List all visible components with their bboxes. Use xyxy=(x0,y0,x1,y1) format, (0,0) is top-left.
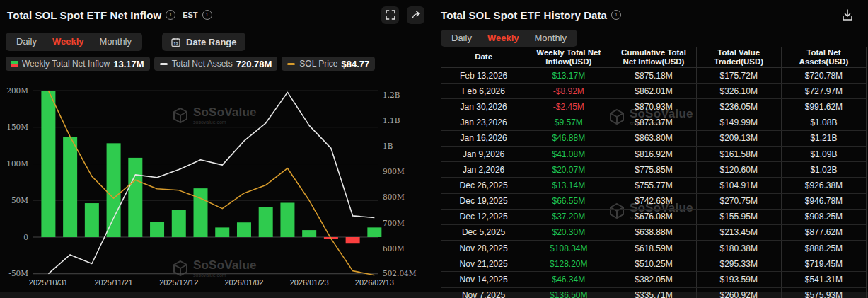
inflow-bar[interactable] xyxy=(172,210,186,237)
table-row: Jan 30,2026-$2.45M$870.93M$236.05M$991.6… xyxy=(441,99,866,115)
info-icon[interactable] xyxy=(166,10,175,20)
y-axis-right-label: 1.2B xyxy=(383,91,400,99)
tab-daily[interactable]: Daily xyxy=(444,29,480,47)
cell-inflow: -$8.92M xyxy=(526,84,611,98)
date-range-button[interactable]: 12 Date Range xyxy=(162,33,245,51)
inflow-bar[interactable] xyxy=(128,158,142,237)
cell-date: Jan 2,2026 xyxy=(441,162,526,177)
cell-inflow: $13.17M xyxy=(526,68,611,83)
cell-date: Jan 16,2026 xyxy=(441,131,526,146)
tab-monthly[interactable]: Monthly xyxy=(526,29,574,47)
y-axis-left-label: 100M xyxy=(6,159,28,168)
y-axis-left-label: 50M xyxy=(11,196,28,205)
cell-assets: $888.25M xyxy=(782,241,866,256)
y-axis-left-label: 0 xyxy=(23,233,28,241)
cell-inflow: $108.34M xyxy=(526,241,611,256)
y-axis-left-label: -50M xyxy=(8,269,28,277)
legend-item-sol-price[interactable]: SOL Price $84.77 xyxy=(282,57,375,71)
y-axis-right-label: 1B xyxy=(383,142,393,150)
cell-assets: $575.93M xyxy=(782,288,866,298)
cell-traded: $236.05M xyxy=(697,99,782,114)
inflow-bar[interactable] xyxy=(194,188,208,237)
table-row: Jan 9,2026$41.08M$816.92M$161.58M$1.09B xyxy=(441,147,866,162)
interval-tabs: Daily Weekly Monthly xyxy=(6,33,142,51)
cell-date: Dec 19,2025 xyxy=(441,194,526,209)
table-panel-header: Total SOL Spot ETF History Data xyxy=(432,0,868,23)
table-row: Jan 2,2026$20.07M$775.85M$120.60M$1.02B xyxy=(441,162,866,178)
cell-date: Dec 12,2025 xyxy=(441,210,526,224)
legend-label: Weekly Total Net Inflow xyxy=(22,59,110,69)
cell-inflow: $13.14M xyxy=(526,178,611,193)
cell-cumulative: $816.92M xyxy=(611,147,696,161)
inflow-bar[interactable] xyxy=(346,237,360,243)
cell-inflow: $46.88M xyxy=(526,131,611,146)
cell-inflow: $66.55M xyxy=(526,194,611,209)
inflow-bar[interactable] xyxy=(280,202,294,237)
inflow-bar[interactable] xyxy=(41,91,55,237)
orange-dash-icon xyxy=(287,63,295,65)
inflow-bar[interactable] xyxy=(237,222,251,237)
cell-traded: $155.95M xyxy=(697,210,782,224)
cell-traded: $209.13M xyxy=(697,131,782,146)
cell-assets: $541.31M xyxy=(782,272,866,287)
net-assets-line[interactable] xyxy=(48,92,374,273)
legend-value: 720.78M xyxy=(236,59,272,69)
cell-date: Feb 6,2026 xyxy=(441,84,526,98)
info-icon[interactable] xyxy=(611,10,621,20)
cell-inflow: $41.08M xyxy=(526,147,611,161)
cell-traded: $149.99M xyxy=(697,115,782,130)
inflow-bar[interactable] xyxy=(150,222,164,237)
cell-date: Nov 7,2025 xyxy=(441,288,526,298)
inflow-chart[interactable]: 200M150M100M50M0-50M1.2B1.1B1B900M800M70… xyxy=(0,73,432,292)
tab-daily[interactable]: Daily xyxy=(8,33,45,51)
cell-inflow: $128.20M xyxy=(526,256,611,271)
x-axis-label: 2025/12/12 xyxy=(159,278,198,287)
table-row: Dec 12,2025$37.20M$676.08M$155.95M$908.2… xyxy=(441,210,866,225)
tab-monthly[interactable]: Monthly xyxy=(91,33,139,51)
history-table: DateWeekly Total Net Inflow(USD)Cumulati… xyxy=(441,47,867,298)
legend-item-net-assets[interactable]: Total Net Assets 720.78M xyxy=(154,57,278,71)
inflow-bar[interactable] xyxy=(215,227,229,237)
inflow-bar[interactable] xyxy=(367,227,381,237)
cell-assets: $720.78M xyxy=(782,68,866,83)
column-header: Total Net Assets(USD) xyxy=(782,47,866,67)
chart-title: Total SOL Spot ETF Net Inflow xyxy=(7,9,161,21)
inflow-bar[interactable] xyxy=(259,207,273,237)
table-row: Nov 28,2025$108.34M$618.59M$180.38M$888.… xyxy=(441,241,866,256)
legend-item-net-inflow[interactable]: Weekly Total Net Inflow 13.17M xyxy=(6,57,150,71)
table-row: Dec 19,2025$66.55M$742.63M$270.75M$946.7… xyxy=(441,194,866,210)
interval-tabs: Daily Weekly Monthly xyxy=(441,30,577,47)
column-header: Weekly Total Net Inflow(USD) xyxy=(526,47,611,67)
cell-date: Dec 5,2025 xyxy=(441,225,526,240)
cell-traded: $213.45M xyxy=(697,225,782,240)
table-row: Jan 23,2026$9.57M$873.37M$149.99M$1.08B xyxy=(441,115,866,131)
fullscreen-button[interactable] xyxy=(381,6,399,24)
cell-cumulative: $638.88M xyxy=(611,225,696,240)
inflow-bar[interactable] xyxy=(107,143,121,237)
sol-price-line[interactable] xyxy=(48,91,374,275)
net-inflow-chart-panel: Total SOL Spot ETF Net Inflow EST Daily … xyxy=(0,0,432,292)
cell-date: Nov 28,2025 xyxy=(441,241,526,256)
cell-assets: $926.38M xyxy=(782,178,866,193)
share-button[interactable] xyxy=(407,6,424,24)
legend-value: 13.17M xyxy=(113,59,144,69)
chart-panel-header: Total SOL Spot ETF Net Inflow EST xyxy=(0,0,432,23)
y-axis-left-label: 150M xyxy=(6,122,28,131)
svg-text:12: 12 xyxy=(173,41,178,45)
table-row: Nov 21,2025$128.20M$510.25M$295.33M$719.… xyxy=(441,256,866,272)
inflow-bar[interactable] xyxy=(302,230,316,237)
y-axis-left-label: 200M xyxy=(6,86,28,95)
x-axis-label: 2026/02/13 xyxy=(355,278,394,287)
tab-weekly[interactable]: Weekly xyxy=(45,33,92,51)
download-button[interactable] xyxy=(840,7,855,23)
tab-weekly[interactable]: Weekly xyxy=(480,29,527,47)
inflow-bar[interactable] xyxy=(85,203,99,237)
cell-assets: $1.02B xyxy=(782,162,866,177)
x-axis-label: 2026/01/23 xyxy=(290,278,329,287)
date-range-label: Date Range xyxy=(186,37,237,47)
table-title: Total SOL Spot ETF History Data xyxy=(441,9,607,21)
cell-traded: $175.72M xyxy=(697,68,782,83)
info-icon[interactable] xyxy=(202,10,212,20)
cell-assets: $1.21B xyxy=(782,131,866,146)
inflow-bar[interactable] xyxy=(63,137,77,237)
